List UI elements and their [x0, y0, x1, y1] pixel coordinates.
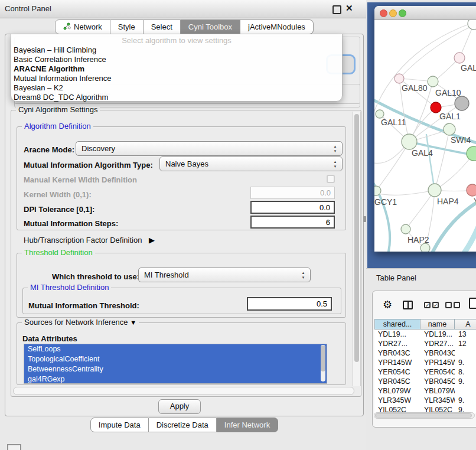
attribute-item-betweennesscentrality[interactable]: BetweennessCentrality: [24, 364, 327, 374]
table-horizontal-scrollbar[interactable]: [374, 412, 475, 419]
algorithm-option-bayesian-hill-climbing[interactable]: Bayesian – Hill Climbing: [11, 45, 342, 55]
algorithm-option-basic-correlation-inference[interactable]: Basic Correlation Inference: [11, 55, 342, 64]
table-row[interactable]: YBR045CYBR045C9.: [374, 377, 476, 386]
bottom-tab-infer-network[interactable]: Infer Network: [217, 418, 278, 432]
kernel-width-field[interactable]: 0.0: [250, 187, 335, 199]
algorithm-option-aracne-algorithm[interactable]: ARACNE Algorithm: [11, 64, 342, 74]
export-table-icon[interactable]: [469, 298, 476, 309]
column-header-a[interactable]: A: [455, 319, 476, 330]
column-header-shared[interactable]: shared...: [374, 319, 420, 330]
settings-vertical-scrollbar[interactable]: [353, 112, 361, 386]
table-row[interactable]: YBR043CYBR043C: [374, 348, 476, 358]
select-all-checkbox-icon-2[interactable]: ✓: [432, 302, 439, 308]
zoom-traffic-light-icon[interactable]: [399, 9, 406, 17]
mi-type-combobox[interactable]: Naive Bayes ▲▼: [159, 156, 343, 171]
tab-network[interactable]: Network: [55, 19, 110, 34]
algorithm-placeholder-item[interactable]: Select algorithm to view settings: [11, 35, 342, 45]
network-node[interactable]: [467, 184, 476, 196]
attribute-list-scrollbar[interactable]: [321, 345, 325, 381]
dpi-tolerance-field[interactable]: 0.0: [250, 201, 335, 214]
sources-title[interactable]: Sources for Network Inference ▼: [22, 318, 139, 327]
network-node[interactable]: [444, 123, 455, 135]
network-view-window[interactable]: GALGAL80GAL10GAL11GAL1SWI4GAL4GCY1HAP4YH…: [374, 6, 476, 252]
splitter-handle[interactable]: [363, 216, 366, 222]
expand-down-icon[interactable]: ▼: [130, 319, 136, 326]
tab-select[interactable]: Select: [144, 19, 181, 34]
algorithm-option-bayesian-k2[interactable]: Bayesian – K2: [11, 83, 342, 93]
minimized-panel-icon[interactable]: [7, 444, 21, 450]
close-icon[interactable]: ✕: [345, 3, 353, 14]
network-node[interactable]: [401, 224, 410, 234]
network-edge[interactable]: [426, 135, 435, 190]
select-all-checkbox-icon-1[interactable]: ✓: [424, 302, 431, 308]
network-window-titlebar[interactable]: [374, 6, 476, 20]
bottom-tab-discretize-data[interactable]: Discretize Data: [149, 418, 217, 432]
attribute-item-selfloops[interactable]: SelfLoops: [24, 344, 327, 354]
bottom-tab-impute-data[interactable]: Impute Data: [90, 418, 149, 432]
table-cell: YDL19...: [420, 330, 455, 339]
deselect-all-checkbox-icon-1[interactable]: [445, 302, 452, 308]
settings-horizontal-scrollbar[interactable]: [13, 387, 354, 395]
table-row[interactable]: YDR27...YDR27...12: [374, 339, 476, 348]
table-cell: 13: [455, 330, 476, 339]
close-traffic-light-icon[interactable]: [380, 9, 387, 17]
table-cell: YBR043C: [420, 348, 455, 358]
manual-kernel-label: Manual Kernel Width Definition: [24, 175, 137, 184]
data-attributes-list[interactable]: SelfLoopsTopologicalCoefficientBetweenne…: [24, 344, 327, 384]
table-row[interactable]: YER054CYER054C8.: [374, 367, 476, 377]
tab-jactivemnodules-label: jActiveMNodules: [248, 22, 305, 31]
network-edge[interactable]: [406, 190, 435, 229]
attribute-list-scrollbar-thumb[interactable]: [321, 345, 325, 371]
table-row[interactable]: YLR345WYLR345W9.: [374, 396, 476, 405]
table-row[interactable]: YDL19...YDL19...13: [374, 330, 476, 339]
aracne-mode-combobox[interactable]: Discovery ▲▼: [76, 141, 343, 156]
network-node[interactable]: [376, 110, 384, 118]
minimize-traffic-light-icon[interactable]: [389, 9, 397, 17]
network-edge[interactable]: [376, 142, 409, 191]
mi-threshold-field[interactable]: 0.5: [247, 297, 332, 311]
network-node[interactable]: [468, 20, 476, 30]
algorithm-option-mutual-information-inference[interactable]: Mutual Information Inference: [11, 74, 342, 83]
settings-scrollbar-thumb[interactable]: [354, 114, 359, 362]
hub-definition-toggle[interactable]: Hub/Transcription Factor Definition ▶: [24, 236, 155, 244]
tab-cyni-toolbox[interactable]: Cyni Toolbox: [181, 19, 240, 34]
collapse-right-icon[interactable]: ▶: [149, 236, 155, 244]
network-node[interactable]: [374, 186, 381, 195]
network-node[interactable]: [402, 134, 417, 149]
network-node[interactable]: [428, 184, 441, 197]
tab-jactivemnodules[interactable]: jActiveMNodules: [240, 19, 314, 34]
network-node[interactable]: [454, 53, 465, 63]
network-node[interactable]: [395, 74, 404, 83]
table-header-row: shared...nameA: [374, 319, 476, 330]
float-panel-icon[interactable]: [332, 5, 341, 14]
network-edge[interactable]: [435, 154, 474, 190]
algorithm-definition-title: Algorithm Definition: [22, 122, 93, 131]
which-threshold-combobox[interactable]: MI Threshold ▲▼: [138, 268, 311, 282]
table-scrollbar-thumb[interactable]: [375, 413, 472, 418]
table-row[interactable]: YPR145WYPR145W9.: [374, 358, 476, 367]
cyni-algorithm-settings-title: Cyni Algorithm Settings: [16, 105, 100, 114]
network-edge[interactable]: [374, 190, 435, 195]
network-node[interactable]: [455, 96, 469, 110]
mi-steps-field[interactable]: 6: [250, 216, 335, 229]
application-window: Control Panel ✕ NetworkStyleSelectCyni T…: [0, 0, 476, 450]
attribute-item-topologicalcoefficient[interactable]: TopologicalCoefficient: [24, 354, 327, 364]
network-canvas[interactable]: GALGAL80GAL10GAL11GAL1SWI4GAL4GCY1HAP4YH…: [374, 20, 476, 252]
network-node[interactable]: [420, 243, 430, 252]
apply-button[interactable]: Apply: [158, 399, 201, 414]
network-node[interactable]: [467, 146, 476, 161]
table-row[interactable]: YBL079WYBL079W: [374, 386, 476, 396]
manual-kernel-checkbox[interactable]: [327, 175, 335, 183]
column-header-name[interactable]: name: [420, 319, 455, 330]
network-node[interactable]: [428, 76, 438, 87]
network-graph[interactable]: GALGAL80GAL10GAL11GAL1SWI4GAL4GCY1HAP4YH…: [374, 20, 476, 252]
algorithm-option-dream8-dc-tdc-algorithm[interactable]: Dream8 DC_TDC Algorithm: [11, 93, 342, 102]
spinner-arrows-icon: ▲▼: [332, 144, 338, 154]
attribute-item-gal4rgexp[interactable]: gal4RGexp: [24, 374, 327, 384]
deselect-all-checkbox-icon-2[interactable]: [454, 302, 460, 308]
node-label-gal4: GAL4: [412, 148, 433, 158]
columns-icon[interactable]: [403, 301, 413, 309]
tab-style[interactable]: Style: [110, 19, 144, 34]
aracne-mode-value: Discovery: [81, 144, 115, 153]
gear-icon[interactable]: ⚙: [383, 298, 392, 311]
